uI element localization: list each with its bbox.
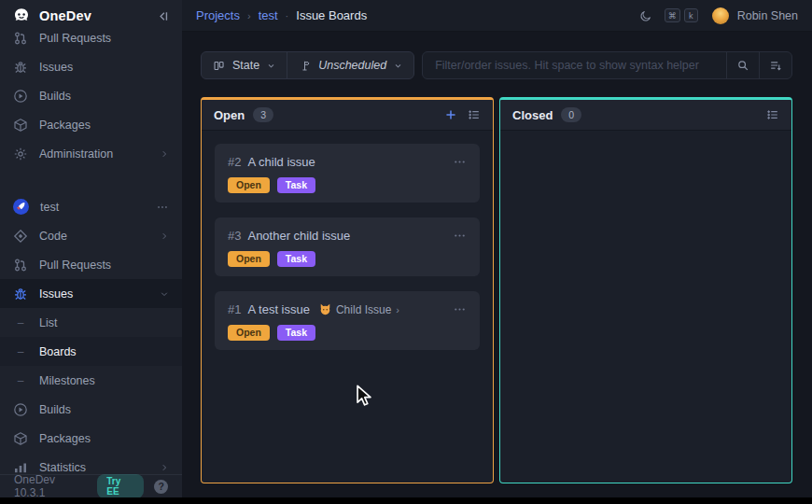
board-switcher-group: State Unscheduled xyxy=(201,51,414,79)
list-view-icon[interactable] xyxy=(468,108,481,121)
column-count-badge: 0 xyxy=(561,107,581,122)
sidebar-item-pull-requests[interactable]: Pull Requests xyxy=(0,32,182,52)
user-name[interactable]: Robin Shen xyxy=(737,9,798,22)
sidebar-item-project-pull-requests[interactable]: Pull Requests xyxy=(0,250,182,279)
type-badge: Task xyxy=(277,177,315,193)
chevron-right-icon xyxy=(160,231,169,241)
sidebar-item-label: Packages xyxy=(39,432,169,445)
dash-icon: – xyxy=(13,345,28,358)
chevron-right-icon xyxy=(160,149,169,159)
sidebar-item-project-test[interactable]: test xyxy=(0,192,182,221)
issue-title[interactable]: Another child issue xyxy=(247,229,350,243)
state-badge: Open xyxy=(228,251,270,267)
dark-mode-icon[interactable] xyxy=(639,9,652,22)
issue-number: #2 xyxy=(228,155,241,169)
child-issue-link[interactable]: Child Issue › xyxy=(319,303,399,316)
sidebar-item-issues[interactable]: Issues xyxy=(0,52,182,81)
issue-card-1[interactable]: #1 A test issue Child Issue › xyxy=(215,291,480,350)
sidebar-item-issues-boards[interactable]: – Boards xyxy=(0,337,182,366)
state-board-label: State xyxy=(232,59,259,72)
issue-title[interactable]: A test issue xyxy=(247,302,309,316)
topbar-main: Projects › test · Issue Boards ⌘ k Robin… xyxy=(182,0,812,32)
board-toolbar: State Unscheduled xyxy=(201,51,792,79)
child-issue-link-label: Child Issue xyxy=(336,303,391,316)
chevron-down-icon xyxy=(160,289,169,299)
ellipsis-icon[interactable] xyxy=(156,201,169,214)
sidebar-footer: OneDev 10.3.1 Try EE ? xyxy=(0,474,182,497)
package-icon xyxy=(13,431,28,446)
package-icon xyxy=(13,118,28,133)
issue-card-3[interactable]: #3 Another child issue Open Task xyxy=(215,217,480,276)
card-menu-icon[interactable] xyxy=(453,302,467,316)
project-name-label: test xyxy=(40,201,145,214)
column-body-closed xyxy=(500,131,791,483)
filter-input[interactable] xyxy=(423,52,726,78)
sidebar-item-builds[interactable]: Builds xyxy=(0,81,182,110)
sidebar-item-issues-milestones[interactable]: – Milestones xyxy=(0,366,182,395)
bug-icon xyxy=(13,287,28,301)
sidebar-item-label: Issues xyxy=(39,287,148,301)
sidebar-item-label: Milestones xyxy=(39,374,169,387)
order-icon[interactable] xyxy=(759,52,791,78)
breadcrumb: Projects › test · Issue Boards xyxy=(196,8,367,22)
issue-number: #1 xyxy=(228,302,241,316)
state-board-button[interactable]: State xyxy=(202,52,287,78)
play-circle-icon xyxy=(13,402,28,417)
sidebar-item-issues-list[interactable]: – List xyxy=(0,308,182,337)
gear-icon xyxy=(13,147,28,161)
column-header-closed: Closed 0 xyxy=(500,100,791,131)
filter-bar xyxy=(422,51,792,79)
sidebar-item-label: Builds xyxy=(39,403,169,416)
columns-icon xyxy=(213,60,225,72)
breadcrumb-separator: › xyxy=(247,10,251,21)
type-badge: Task xyxy=(277,325,315,341)
issue-card-2[interactable]: #2 A child issue Open Task xyxy=(215,144,480,203)
mouse-cursor xyxy=(354,385,374,407)
try-ee-badge[interactable]: Try EE xyxy=(97,474,144,497)
pull-request-icon xyxy=(13,258,28,273)
sidebar-item-label: Statistics xyxy=(39,461,148,474)
sidebar-item-label: Builds xyxy=(39,90,169,103)
sidebar-item-project-issues[interactable]: Issues xyxy=(0,279,182,308)
sidebar-item-packages[interactable]: Packages xyxy=(0,110,182,139)
user-avatar[interactable] xyxy=(712,7,729,24)
sidebar-item-label: Administration xyxy=(39,147,148,161)
topbar-right: ⌘ k Robin Shen xyxy=(639,7,798,24)
chevron-right-icon: › xyxy=(396,304,399,315)
onedev-logo-icon xyxy=(12,7,31,25)
sidebar-item-code[interactable]: Code xyxy=(0,221,182,250)
help-icon[interactable]: ? xyxy=(154,480,168,494)
breadcrumb-project-link[interactable]: test xyxy=(259,8,278,22)
search-icon[interactable] xyxy=(726,52,759,78)
add-issue-icon[interactable] xyxy=(444,108,457,121)
column-body-open: #2 A child issue Open Task #3 Anothe xyxy=(202,131,493,483)
sidebar-nav: Pull Requests Issues Builds Packages Adm xyxy=(0,32,182,482)
breadcrumb-current-page: Issue Boards xyxy=(296,8,367,22)
sidebar-item-label: List xyxy=(39,316,169,329)
sidebar-logo-area: OneDev xyxy=(0,0,182,32)
sidebar-item-label: Issues xyxy=(39,61,169,74)
sidebar-item-label: Code xyxy=(39,230,148,243)
sidebar-item-administration[interactable]: Administration xyxy=(0,139,182,168)
issue-title[interactable]: A child issue xyxy=(247,155,315,169)
card-menu-icon[interactable] xyxy=(453,229,467,243)
sidebar-collapse-icon[interactable] xyxy=(156,9,170,23)
sidebar-item-project-builds[interactable]: Builds xyxy=(0,395,182,424)
column-title: Closed xyxy=(512,108,553,122)
bug-icon xyxy=(13,60,28,75)
chevron-right-icon xyxy=(160,463,169,472)
list-view-icon[interactable] xyxy=(766,108,779,121)
milestone-icon xyxy=(299,60,311,72)
milestone-filter-button[interactable]: Unscheduled xyxy=(287,52,413,78)
board-column-closed: Closed 0 xyxy=(499,97,792,483)
dash-icon: – xyxy=(13,374,28,387)
state-badge: Open xyxy=(228,177,270,193)
breadcrumb-projects-link[interactable]: Projects xyxy=(196,8,240,22)
card-menu-icon[interactable] xyxy=(453,155,467,169)
sidebar-item-label: Boards xyxy=(39,345,169,358)
sidebar-item-project-packages[interactable]: Packages xyxy=(0,424,182,453)
column-title: Open xyxy=(214,108,245,122)
code-icon xyxy=(13,229,28,244)
pull-request-icon xyxy=(13,32,28,46)
board-column-open: Open 3 #2 A child issue xyxy=(201,97,494,483)
